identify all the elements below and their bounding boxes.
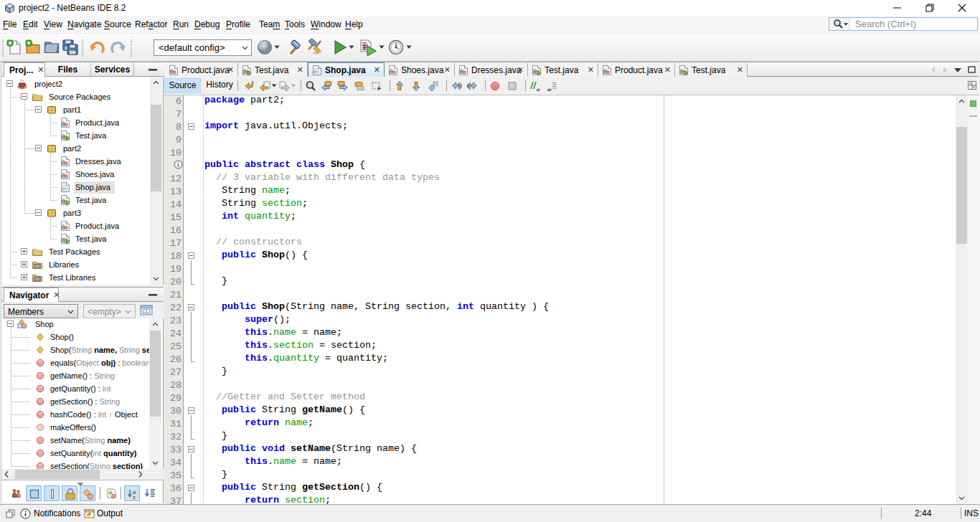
svg-text:z: z — [133, 494, 136, 500]
svg-text:3: 3 — [362, 43, 366, 50]
